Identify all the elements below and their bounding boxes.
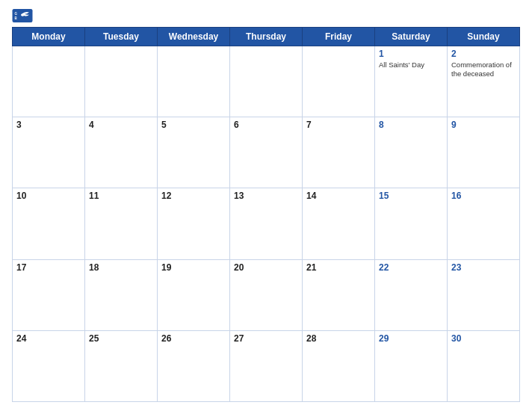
calendar-cell: 7 [303, 117, 375, 188]
day-number: 15 [379, 191, 443, 201]
weekday-header-monday: Monday [13, 28, 85, 46]
day-number: 9 [451, 120, 516, 130]
calendar-cell: 19 [158, 259, 230, 330]
day-number: 3 [16, 120, 81, 130]
calendar-cell: 17 [13, 259, 85, 330]
calendar-header: G B [12, 9, 520, 22]
calendar-cell: 27 [230, 330, 303, 401]
day-number: 30 [451, 333, 516, 344]
day-number: 4 [89, 120, 153, 130]
week-row-1: 1All Saints' Day2Commemoration of the de… [13, 46, 520, 117]
day-number: 26 [161, 333, 226, 344]
calendar-cell: 24 [13, 330, 85, 401]
day-number: 25 [89, 333, 153, 344]
week-row-4: 17181920212223 [13, 259, 520, 330]
day-number: 11 [89, 191, 153, 201]
day-number: 14 [306, 191, 371, 201]
calendar-cell: 15 [375, 188, 448, 259]
calendar-cell: 29 [375, 330, 448, 401]
calendar-cell: 21 [303, 259, 375, 330]
calendar-cell: 5 [158, 117, 230, 188]
weekday-header-row: MondayTuesdayWednesdayThursdayFridaySatu… [13, 28, 520, 46]
day-number: 12 [161, 191, 226, 201]
calendar-cell: 22 [375, 259, 448, 330]
day-number: 13 [234, 191, 298, 201]
logo-bird-icon: G B [12, 9, 33, 22]
weekday-header-wednesday: Wednesday [158, 28, 230, 46]
weekday-header-saturday: Saturday [375, 28, 448, 46]
day-number: 24 [16, 333, 81, 344]
calendar-cell: 12 [158, 188, 230, 259]
day-number: 27 [234, 333, 298, 344]
day-number: 10 [16, 191, 81, 201]
day-number: 1 [379, 49, 443, 59]
calendar-cell: 6 [230, 117, 303, 188]
day-number: 17 [16, 262, 81, 273]
day-number: 7 [306, 120, 371, 130]
weekday-header-thursday: Thursday [230, 28, 303, 46]
weekday-header-sunday: Sunday [448, 28, 520, 46]
calendar-cell: 30 [448, 330, 520, 401]
calendar-cell [158, 46, 230, 117]
calendar-cell: 13 [230, 188, 303, 259]
calendar-cell [13, 46, 85, 117]
day-number: 29 [379, 333, 443, 344]
svg-text:G: G [15, 12, 18, 16]
day-number: 6 [234, 120, 298, 130]
calendar-cell [230, 46, 303, 117]
calendar-cell: 14 [303, 188, 375, 259]
calendar-cell: 16 [448, 188, 520, 259]
calendar-cell: 26 [158, 330, 230, 401]
calendar-cell: 1All Saints' Day [375, 46, 448, 117]
day-number: 2 [451, 49, 516, 59]
calendar-cell: 25 [85, 330, 158, 401]
day-number: 19 [161, 262, 226, 273]
calendar-cell: 9 [448, 117, 520, 188]
calendar-cell: 23 [448, 259, 520, 330]
calendar-cell: 10 [13, 188, 85, 259]
calendar-cell: 20 [230, 259, 303, 330]
calendar-cell [85, 46, 158, 117]
calendar-page: G B MondayTuesdayWednesdayThursdayFriday… [0, 0, 532, 411]
holiday-label: All Saints' Day [379, 61, 443, 69]
day-number: 22 [379, 262, 443, 273]
calendar-cell: 2Commemoration of the deceased [448, 46, 520, 117]
day-number: 20 [234, 262, 298, 273]
calendar-cell: 28 [303, 330, 375, 401]
day-number: 18 [89, 262, 153, 273]
week-row-3: 10111213141516 [13, 188, 520, 259]
day-number: 16 [451, 191, 516, 201]
week-row-5: 24252627282930 [13, 330, 520, 401]
day-number: 28 [306, 333, 371, 344]
weekday-header-tuesday: Tuesday [85, 28, 158, 46]
weekday-header-friday: Friday [303, 28, 375, 46]
holiday-label: Commemoration of the deceased [451, 61, 516, 79]
calendar-cell [303, 46, 375, 117]
week-row-2: 3456789 [13, 117, 520, 188]
day-number: 21 [306, 262, 371, 273]
calendar-table: MondayTuesdayWednesdayThursdayFridaySatu… [12, 27, 520, 402]
calendar-cell: 4 [85, 117, 158, 188]
calendar-cell: 11 [85, 188, 158, 259]
logo: G B [12, 9, 36, 22]
day-number: 23 [451, 262, 516, 273]
calendar-cell: 8 [375, 117, 448, 188]
day-number: 8 [379, 120, 443, 130]
calendar-cell: 18 [85, 259, 158, 330]
calendar-cell: 3 [13, 117, 85, 188]
day-number: 5 [161, 120, 226, 130]
